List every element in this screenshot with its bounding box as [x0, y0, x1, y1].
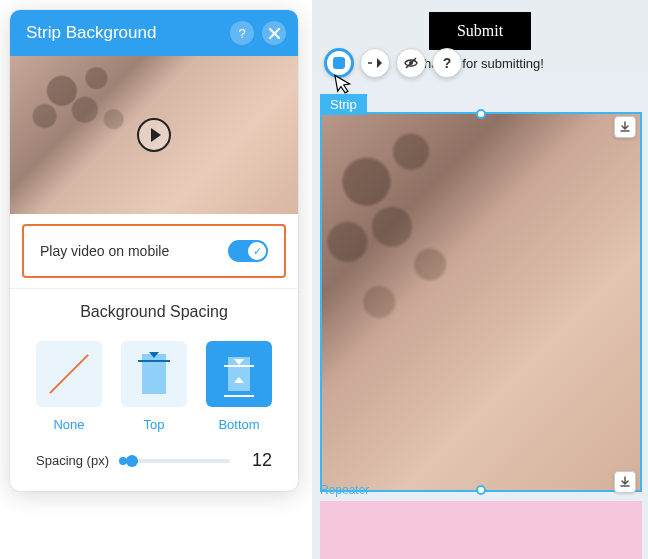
play-video-mobile-toggle[interactable] [228, 240, 268, 262]
spacing-option-top[interactable]: Top [121, 341, 187, 432]
spacing-option-label: Bottom [218, 417, 259, 432]
spacing-options: None Top Bottom [10, 331, 298, 432]
spacing-option-label: None [53, 417, 84, 432]
spacing-label: Spacing (px) [36, 453, 109, 468]
element-help-button[interactable]: ? [432, 48, 462, 78]
help-button[interactable]: ? [230, 21, 254, 45]
spacing-option-label: Top [144, 417, 165, 432]
close-button[interactable] [262, 21, 286, 45]
toggle-label: Play video on mobile [40, 243, 169, 259]
download-button-top[interactable] [614, 116, 636, 138]
editor-canvas: Submit Thanks for submitting! ? Strip Re… [312, 0, 648, 559]
hide-element-button[interactable] [396, 48, 426, 78]
panel-header: Strip Background ? [10, 10, 298, 56]
download-button-bottom[interactable] [614, 471, 636, 493]
video-preview[interactable] [10, 56, 298, 214]
play-icon[interactable] [137, 118, 171, 152]
spacing-option-none[interactable]: None [36, 341, 102, 432]
animations-button[interactable] [360, 48, 390, 78]
strip-element[interactable] [320, 112, 642, 492]
submit-button[interactable]: Submit [429, 12, 531, 50]
resize-handle-bottom[interactable] [476, 485, 486, 495]
resize-handle-top[interactable] [476, 109, 486, 119]
spacing-row: Spacing (px) 12 [10, 432, 298, 491]
spacing-value: 12 [244, 450, 272, 471]
repeater-element[interactable] [320, 501, 642, 559]
panel-title: Strip Background [26, 23, 156, 43]
repeater-tag[interactable]: Repeater [320, 483, 369, 497]
spacing-slider[interactable] [123, 451, 230, 471]
strip-background-panel: Strip Background ? Play video on mobile … [10, 10, 298, 491]
spacing-option-bottom[interactable]: Bottom [206, 341, 272, 432]
background-spacing-title: Background Spacing [10, 288, 298, 331]
play-video-mobile-row: Play video on mobile [22, 224, 286, 278]
